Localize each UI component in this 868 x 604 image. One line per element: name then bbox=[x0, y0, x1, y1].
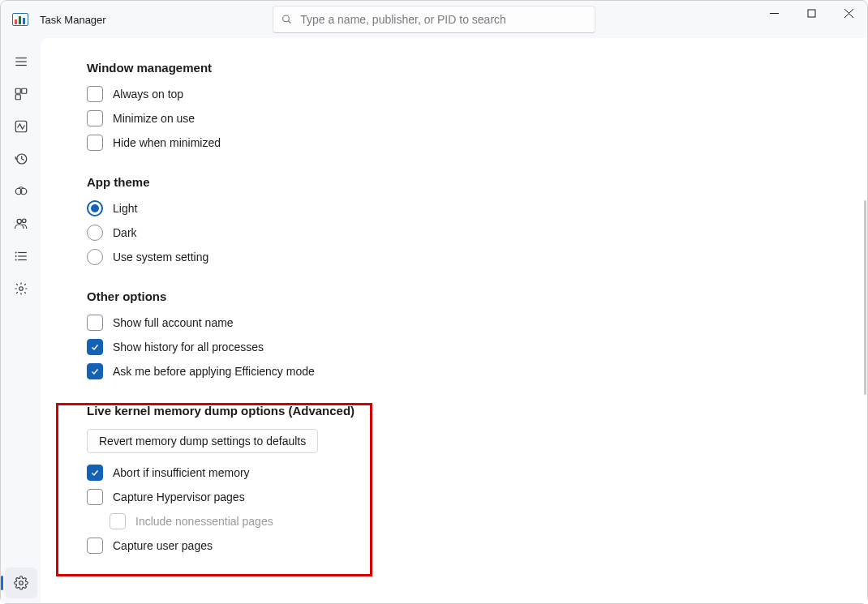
sidebar bbox=[1, 38, 41, 603]
section-kernel-dump: Live kernel memory dump options (Advance… bbox=[87, 404, 831, 554]
svg-point-25 bbox=[19, 581, 24, 585]
radio[interactable] bbox=[87, 249, 103, 265]
section-title: Window management bbox=[87, 61, 831, 75]
performance-icon bbox=[14, 119, 28, 134]
scrollbar-thumb[interactable] bbox=[864, 200, 866, 395]
hamburger-icon bbox=[14, 54, 28, 69]
opt-abort-insufficient[interactable]: Abort if insufficient memory bbox=[87, 465, 831, 481]
opt-theme-light[interactable]: Light bbox=[87, 200, 831, 216]
opt-capture-user-pages[interactable]: Capture user pages bbox=[87, 538, 831, 554]
opt-label: Ask me before applying Efficiency mode bbox=[113, 363, 315, 379]
opt-label: Show full account name bbox=[113, 315, 234, 331]
section-app-theme: App theme Light Dark Use system setting bbox=[87, 175, 831, 265]
window-controls bbox=[755, 1, 867, 25]
section-window-management: Window management Always on top Minimize… bbox=[87, 61, 831, 151]
svg-rect-11 bbox=[15, 95, 20, 100]
checkbox[interactable] bbox=[87, 86, 103, 102]
checkbox[interactable] bbox=[87, 538, 103, 554]
section-title: App theme bbox=[87, 175, 831, 189]
processes-icon bbox=[14, 87, 28, 101]
opt-theme-dark[interactable]: Dark bbox=[87, 225, 831, 241]
startup-icon bbox=[14, 184, 28, 199]
svg-point-0 bbox=[283, 15, 290, 22]
nav-details[interactable] bbox=[5, 241, 37, 272]
settings-content[interactable]: Window management Always on top Minimize… bbox=[41, 38, 867, 603]
opt-always-on-top[interactable]: Always on top bbox=[87, 86, 831, 102]
svg-point-23 bbox=[15, 259, 16, 260]
maximize-button[interactable] bbox=[793, 1, 830, 25]
settings-icon bbox=[14, 576, 28, 590]
checkbox[interactable] bbox=[87, 465, 103, 481]
svg-rect-3 bbox=[808, 10, 815, 17]
opt-label: Use system setting bbox=[113, 249, 208, 265]
opt-ask-efficiency[interactable]: Ask me before applying Efficiency mode bbox=[87, 363, 831, 379]
svg-point-22 bbox=[15, 256, 16, 257]
opt-label: Hide when minimized bbox=[113, 135, 221, 151]
opt-include-nonessential: Include nonessential pages bbox=[110, 513, 831, 529]
nav-users[interactable] bbox=[5, 208, 37, 239]
opt-label: Abort if insufficient memory bbox=[113, 465, 250, 481]
minimize-button[interactable] bbox=[755, 1, 793, 25]
checkbox[interactable] bbox=[87, 339, 103, 355]
checkbox[interactable] bbox=[87, 315, 103, 331]
section-title: Other options bbox=[87, 289, 831, 303]
svg-rect-9 bbox=[15, 88, 20, 93]
radio[interactable] bbox=[87, 225, 103, 241]
opt-label: Dark bbox=[113, 225, 137, 241]
checkbox bbox=[110, 513, 126, 529]
nav-app-history[interactable] bbox=[5, 144, 37, 174]
details-icon bbox=[14, 249, 28, 263]
nav-performance[interactable] bbox=[5, 111, 37, 142]
section-other-options: Other options Show full account name Sho… bbox=[87, 289, 831, 379]
svg-line-1 bbox=[288, 21, 290, 24]
nav-startup[interactable] bbox=[5, 176, 37, 207]
checkbox[interactable] bbox=[87, 363, 103, 379]
opt-capture-hypervisor[interactable]: Capture Hypervisor pages bbox=[87, 489, 831, 505]
opt-label: Minimize on use bbox=[113, 110, 195, 126]
search-icon bbox=[281, 14, 292, 25]
app-history-icon bbox=[14, 152, 28, 166]
svg-point-24 bbox=[19, 287, 24, 291]
opt-show-full-account[interactable]: Show full account name bbox=[87, 315, 831, 331]
checkbox[interactable] bbox=[87, 135, 103, 151]
svg-rect-10 bbox=[22, 88, 27, 93]
opt-label: Capture Hypervisor pages bbox=[113, 489, 245, 505]
nav-processes[interactable] bbox=[5, 79, 37, 109]
opt-show-history[interactable]: Show history for all processes bbox=[87, 339, 831, 355]
services-icon bbox=[14, 281, 28, 296]
task-manager-window: Task Manager bbox=[0, 0, 868, 604]
opt-label: Capture user pages bbox=[113, 538, 213, 554]
revert-defaults-button[interactable]: Revert memory dump settings to defaults bbox=[87, 429, 318, 453]
svg-point-21 bbox=[15, 252, 16, 253]
app-title: Task Manager bbox=[40, 14, 106, 26]
opt-theme-system[interactable]: Use system setting bbox=[87, 249, 831, 265]
section-title: Live kernel memory dump options (Advance… bbox=[87, 404, 831, 418]
nav-services[interactable] bbox=[5, 273, 37, 304]
checkbox[interactable] bbox=[87, 489, 103, 505]
svg-point-16 bbox=[17, 219, 21, 223]
users-icon bbox=[14, 216, 28, 231]
checkbox[interactable] bbox=[87, 110, 103, 126]
opt-minimize-on-use[interactable]: Minimize on use bbox=[87, 110, 831, 126]
opt-label: Always on top bbox=[113, 86, 183, 102]
opt-label: Show history for all processes bbox=[113, 339, 264, 355]
nav-settings[interactable] bbox=[5, 568, 37, 598]
radio[interactable] bbox=[87, 200, 103, 216]
opt-label: Light bbox=[113, 200, 137, 216]
nav-hamburger[interactable] bbox=[5, 46, 37, 77]
opt-hide-when-minimized[interactable]: Hide when minimized bbox=[87, 135, 831, 151]
opt-label: Include nonessential pages bbox=[135, 513, 273, 529]
search-box[interactable] bbox=[273, 6, 595, 33]
app-icon bbox=[12, 13, 28, 26]
search-input[interactable] bbox=[300, 13, 587, 26]
svg-point-17 bbox=[23, 219, 27, 223]
body: Window management Always on top Minimize… bbox=[1, 38, 867, 603]
close-button[interactable] bbox=[830, 1, 867, 25]
titlebar: Task Manager bbox=[1, 1, 867, 38]
